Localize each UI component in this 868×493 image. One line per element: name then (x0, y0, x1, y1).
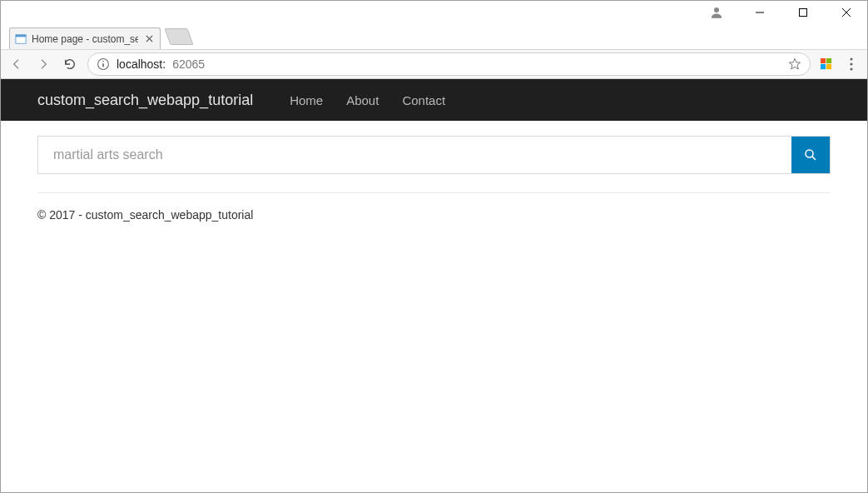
svg-point-20 (806, 150, 813, 157)
svg-point-11 (102, 61, 104, 62)
svg-rect-2 (800, 9, 807, 17)
svg-line-21 (812, 157, 816, 160)
site-info-icon[interactable] (97, 57, 110, 71)
address-bar[interactable]: localhost:62065 (87, 52, 811, 76)
url-host: localhost: (117, 57, 166, 71)
svg-rect-6 (16, 34, 26, 37)
search-bar (37, 136, 831, 174)
maximize-button[interactable] (789, 1, 817, 24)
browser-menu-icon[interactable] (842, 55, 861, 73)
search-button[interactable] (791, 137, 830, 173)
nav-about[interactable]: About (346, 93, 379, 107)
svg-point-19 (850, 67, 852, 70)
account-icon[interactable] (702, 1, 731, 24)
magnifier-icon (803, 147, 818, 162)
divider (37, 192, 831, 193)
brand-title[interactable]: custom_search_webapp_tutorial (37, 92, 253, 109)
close-tab-icon[interactable] (143, 33, 155, 45)
svg-point-0 (714, 7, 719, 12)
browser-tab[interactable]: Home page - custom_se (9, 27, 161, 49)
svg-rect-14 (826, 58, 831, 63)
reload-button[interactable] (61, 55, 79, 73)
minimize-button[interactable] (746, 1, 774, 24)
favicon-icon (15, 33, 27, 45)
window-titlebar (1, 1, 867, 24)
svg-point-17 (850, 57, 852, 60)
site-navbar: custom_search_webapp_tutorial Home About… (1, 79, 867, 121)
svg-rect-16 (826, 64, 831, 69)
back-button[interactable] (7, 55, 26, 73)
url-port: 62065 (172, 57, 205, 71)
tab-title: Home page - custom_se (32, 33, 138, 45)
browser-tabstrip: Home page - custom_se (1, 24, 867, 49)
nav-contact[interactable]: Contact (402, 93, 445, 107)
browser-toolbar: localhost:62065 (1, 49, 867, 79)
nav-home[interactable]: Home (290, 93, 323, 107)
svg-marker-12 (789, 58, 800, 69)
svg-rect-15 (821, 64, 826, 69)
close-window-button[interactable] (832, 1, 861, 24)
bookmark-star-icon[interactable] (788, 57, 801, 71)
footer-text: © 2017 - custom_search_webapp_tutorial (37, 208, 831, 222)
svg-point-18 (850, 62, 852, 65)
svg-rect-13 (821, 58, 826, 63)
forward-button[interactable] (34, 55, 52, 73)
page-content: custom_search_webapp_tutorial Home About… (1, 79, 867, 222)
new-tab-button[interactable] (164, 28, 193, 45)
search-input[interactable] (38, 137, 791, 173)
windows-logo-icon[interactable] (819, 57, 834, 72)
